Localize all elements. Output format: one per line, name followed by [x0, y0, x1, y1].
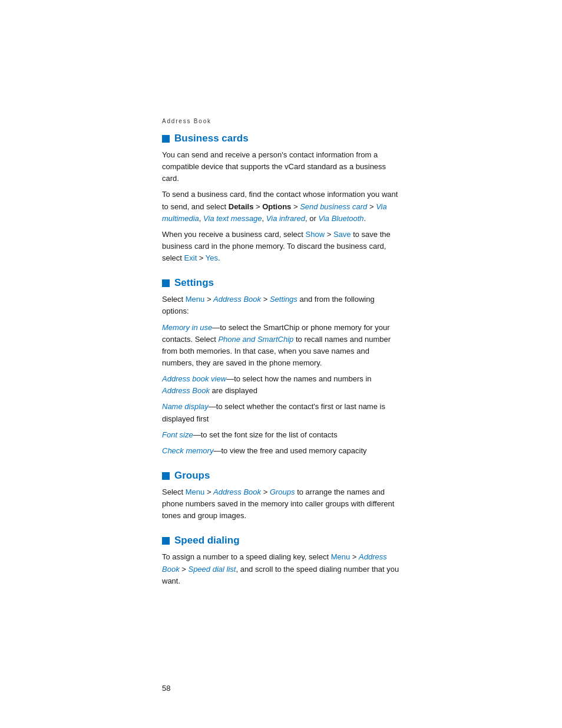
def-check-memory: Check memory — [162, 446, 213, 455]
bc-paragraph-2: To send a business card, find the contac… — [162, 189, 400, 224]
settings-paragraph-3: Address book view—to select how the name… — [162, 373, 400, 397]
link-address-book-groups[interactable]: Address Book — [213, 487, 261, 496]
section-heading-speed-dialing: Speed dialing — [162, 535, 400, 546]
link-speed-dial-list[interactable]: Speed dial list — [188, 565, 236, 574]
link-via-text-message[interactable]: Via text message — [203, 214, 262, 223]
link-menu-settings[interactable]: Menu — [186, 295, 205, 304]
section-title-settings: Settings — [174, 277, 214, 289]
page-number: 58 — [162, 684, 170, 693]
link-send-business-card[interactable]: Send business card — [300, 202, 367, 211]
section-title-business-cards: Business cards — [174, 133, 249, 144]
link-yes[interactable]: Yes — [206, 253, 218, 262]
link-save[interactable]: Save — [333, 230, 351, 239]
settings-paragraph-5: Font size—to set the font size for the l… — [162, 429, 400, 441]
section-heading-business-cards: Business cards — [162, 133, 400, 144]
settings-paragraph-1: Select Menu > Address Book > Settings an… — [162, 294, 400, 317]
link-groups[interactable]: Groups — [270, 487, 295, 496]
def-address-book-view: Address book view — [162, 374, 226, 383]
section-settings: Settings Select Menu > Address Book > Se… — [162, 277, 400, 457]
def-font-size: Font size — [162, 430, 193, 439]
link-address-book-settings[interactable]: Address Book — [213, 295, 261, 304]
section-heading-settings: Settings — [162, 277, 400, 289]
settings-paragraph-2: Memory in use—to select the SmartChip or… — [162, 322, 400, 370]
section-speed-dialing: Speed dialing To assign a number to a sp… — [162, 535, 400, 587]
link-via-infrared[interactable]: Via infrared — [266, 214, 305, 223]
section-groups: Groups Select Menu > Address Book > Grou… — [162, 470, 400, 522]
link-settings[interactable]: Settings — [270, 295, 297, 304]
page: Address Book Business cards You can send… — [0, 0, 562, 728]
def-name-display: Name display — [162, 402, 209, 411]
link-show[interactable]: Show — [306, 230, 325, 239]
section-square-icon-speed-dialing — [162, 537, 170, 545]
section-heading-groups: Groups — [162, 470, 400, 482]
groups-paragraph-1: Select Menu > Address Book > Groups to a… — [162, 486, 400, 522]
def-memory-in-use: Memory in use — [162, 323, 212, 332]
section-label: Address Book — [162, 118, 400, 124]
speed-dialing-paragraph-1: To assign a number to a speed dialing ke… — [162, 551, 400, 587]
link-menu-speed-dial[interactable]: Menu — [331, 552, 351, 561]
link-address-book-view[interactable]: Address Book — [162, 386, 210, 395]
section-square-icon-settings — [162, 279, 170, 287]
section-title-speed-dialing: Speed dialing — [174, 535, 240, 546]
settings-paragraph-6: Check memory—to view the free and used m… — [162, 445, 400, 457]
link-via-bluetooth[interactable]: Via Bluetooth — [318, 214, 363, 223]
link-phone-smartchip[interactable]: Phone and SmartChip — [218, 335, 293, 344]
settings-paragraph-4: Name display—to select whether the conta… — [162, 401, 400, 424]
link-exit[interactable]: Exit — [184, 253, 197, 262]
section-business-cards: Business cards You can send and receive … — [162, 133, 400, 264]
bc-paragraph-3: When you receive a business card, select… — [162, 229, 400, 264]
section-square-icon — [162, 135, 170, 143]
section-title-groups: Groups — [174, 470, 210, 482]
bc-paragraph-1: You can send and receive a person's cont… — [162, 149, 400, 185]
link-menu-groups[interactable]: Menu — [186, 487, 205, 496]
section-square-icon-groups — [162, 472, 170, 480]
